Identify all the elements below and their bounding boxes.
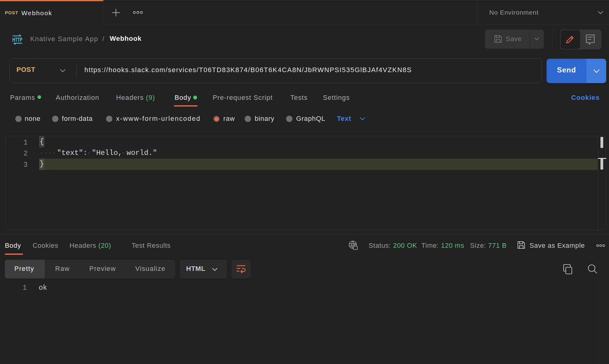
svg-text:HTTP: HTTP bbox=[12, 37, 23, 43]
